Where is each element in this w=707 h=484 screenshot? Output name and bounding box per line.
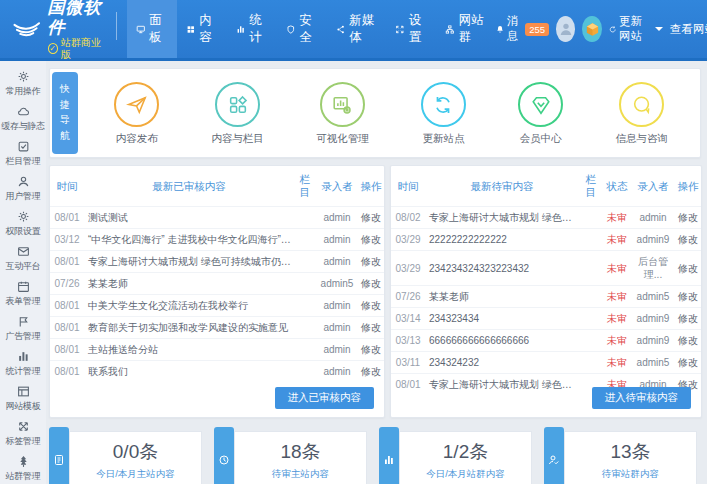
app-subtitle: 站群商业版 (61, 37, 107, 60)
row-date: 07/26 (50, 273, 84, 295)
flag-icon (17, 315, 30, 328)
table-header-row: 时间 最新已审核内容 栏目 录入者 操作 (50, 166, 384, 207)
row-title[interactable]: 专家上海研讨大城市规划 绿色可持续城市仍为热点 (84, 251, 294, 273)
sidebar-item-interaction-platform[interactable]: 互动平台 (0, 241, 46, 276)
quick-content-publish[interactable]: 内容发布 (114, 82, 159, 146)
row-edit-link[interactable]: 修改 (358, 295, 384, 317)
row-title[interactable]: 测试测试 (84, 207, 294, 229)
row-edit-link[interactable]: 修改 (675, 229, 701, 251)
row-title[interactable]: 666666666666666666 (425, 330, 579, 352)
row-date: 08/01 (50, 251, 84, 273)
row-edit-link[interactable]: 修改 (358, 339, 384, 361)
package-button[interactable] (582, 16, 601, 42)
sidebar-item-statistics-management[interactable]: 统计管理 (0, 346, 46, 381)
col-time: 时间 (391, 166, 425, 207)
nav-panel[interactable]: 面板 (127, 0, 177, 58)
stat-tab (214, 427, 234, 484)
row-column (294, 361, 316, 383)
nav-statistics[interactable]: 统计 (227, 0, 277, 58)
sidebar-item-ad-management[interactable]: 广告管理 (0, 311, 46, 346)
table-row: 03/14 234323434 未审 admin9 修改 (391, 308, 701, 330)
row-edit-link[interactable]: 修改 (675, 286, 701, 308)
row-title[interactable]: 专家上海研讨大城市规划 绿色可持续城市仍为热点... (425, 374, 579, 396)
sidebar-item-common-operations[interactable]: 常用操作 (0, 66, 46, 101)
row-title[interactable]: 某某老师 (425, 286, 579, 308)
sidebar-item-user-management[interactable]: 用户管理 (0, 171, 46, 206)
bar-chart-icon (17, 350, 30, 363)
row-edit-link[interactable]: 修改 (358, 317, 384, 339)
tree-icon (17, 455, 30, 468)
enter-approved-content-button[interactable]: 进入已审核内容 (275, 387, 375, 409)
table-row: 08/01 专家上海研讨大城市规划 绿色可持续城市仍为热点 admin 修改 (50, 251, 384, 273)
row-title[interactable]: 22222222222222 (425, 229, 579, 251)
row-title[interactable]: 教育部关于切实加强和改学风建设的实施意见 (84, 317, 294, 339)
nav-new-media[interactable]: 新媒体 (327, 0, 387, 58)
row-edit-link[interactable]: 修改 (675, 251, 701, 286)
row-author: admin (316, 295, 358, 317)
row-edit-link[interactable]: 修改 (358, 251, 384, 273)
row-title[interactable]: 专家上海研讨大城市规划 绿色可持续城市仍为热点... (425, 207, 579, 229)
row-edit-link[interactable]: 修改 (675, 308, 701, 330)
update-site-dropdown[interactable]: 更新网站 (609, 14, 663, 44)
row-title[interactable]: 主站推送给分站 (84, 339, 294, 361)
sidebar-item-permission-settings[interactable]: 权限设置 (0, 206, 46, 241)
sidebar-item-site-templates[interactable]: 网站模板 (0, 381, 46, 416)
user-icon (17, 175, 30, 188)
nav-settings[interactable]: 设置 (386, 0, 436, 58)
sidebar-item-column-management[interactable]: 栏目管理 (0, 136, 46, 171)
row-edit-link[interactable]: 修改 (358, 207, 384, 229)
row-edit-link[interactable]: 修改 (358, 273, 384, 295)
row-title[interactable]: 234234324323223432 (425, 251, 579, 286)
stat-label: 今日/本月主站内容 (96, 468, 175, 481)
sidebar-item-site-group-management[interactable]: 站群管理 (0, 451, 46, 484)
stat-card-site-group-content: 1/2条 今日/本月站群内容 (379, 425, 532, 484)
main-content: 快捷导航 内容发布 内容与栏目 可视化管理 更新站点 (48, 61, 707, 484)
verified-check-icon: ✓ (48, 43, 58, 54)
row-status-badge: 未审 (603, 207, 631, 229)
nav-label: 统计 (249, 12, 267, 46)
user-avatar[interactable] (556, 16, 575, 42)
row-edit-link[interactable]: 修改 (358, 361, 384, 383)
cube-icon (585, 22, 600, 37)
row-column (579, 251, 603, 286)
sidebar-item-tag-management[interactable]: 标签管理 (0, 416, 46, 451)
row-title[interactable]: 某某老师 (84, 273, 294, 295)
sidebar-item-cache-static[interactable]: 缓存与静态 (0, 101, 46, 136)
quick-visual-management[interactable]: 可视化管理 (316, 82, 369, 146)
approved-content-table: 时间 最新已审核内容 栏目 录入者 操作 08/01 测试测试 admin 修改 (50, 166, 384, 382)
nav-security[interactable]: 安全 (277, 0, 327, 58)
row-title[interactable]: 中美大学生文化交流活动在我校举行 (84, 295, 294, 317)
mail-icon (17, 245, 30, 258)
row-edit-link[interactable]: 修改 (675, 330, 701, 352)
sidebar-item-form-management[interactable]: 表单管理 (0, 276, 46, 311)
messages-button[interactable]: 消息 255 (496, 14, 549, 44)
row-title[interactable]: “中华文化四海行” 走进我校中华文化四海行” 走进我校(图文)... (84, 229, 294, 251)
nav-content[interactable]: 内容 (177, 0, 227, 58)
col-action: 操作 (358, 166, 384, 207)
view-site-link[interactable]: 查看网站 (670, 22, 707, 37)
quick-update-site[interactable]: 更新站点 (421, 82, 466, 146)
enter-pending-content-button[interactable]: 进入待审核内容 (592, 387, 692, 409)
quick-content-columns[interactable]: 内容与栏目 (211, 82, 264, 146)
stat-label: 今日/本月站群内容 (426, 468, 505, 481)
sidebar-item-label: 权限设置 (6, 225, 41, 238)
row-edit-link[interactable]: 修改 (675, 207, 701, 229)
row-author: admin (316, 339, 358, 361)
table-row: 03/11 234324232 未审 admin5 修改 (391, 352, 701, 374)
row-author: admin9 (631, 229, 675, 251)
pending-content-table: 时间 最新待审内容 栏目 状态 录入者 操作 08/02 专家上海研讨大城市规划… (391, 166, 701, 395)
quick-info-consult[interactable]: 信息与咨询 (615, 82, 668, 146)
row-title[interactable]: 234324232 (425, 352, 579, 374)
nav-site-group[interactable]: 网站群 (436, 0, 496, 58)
row-status-badge: 未审 (603, 251, 631, 286)
nav-label: 新媒体 (349, 12, 377, 46)
row-title[interactable]: 联系我们 (84, 361, 294, 383)
row-edit-link[interactable]: 修改 (675, 352, 701, 374)
row-author: admin5 (631, 352, 675, 374)
paper-plane-icon (126, 94, 148, 116)
row-edit-link[interactable]: 修改 (358, 229, 384, 251)
sidebar-item-label: 互动平台 (6, 260, 41, 273)
quick-member-center[interactable]: 会员中心 (518, 82, 563, 146)
row-column (294, 273, 316, 295)
row-title[interactable]: 234323434 (425, 308, 579, 330)
